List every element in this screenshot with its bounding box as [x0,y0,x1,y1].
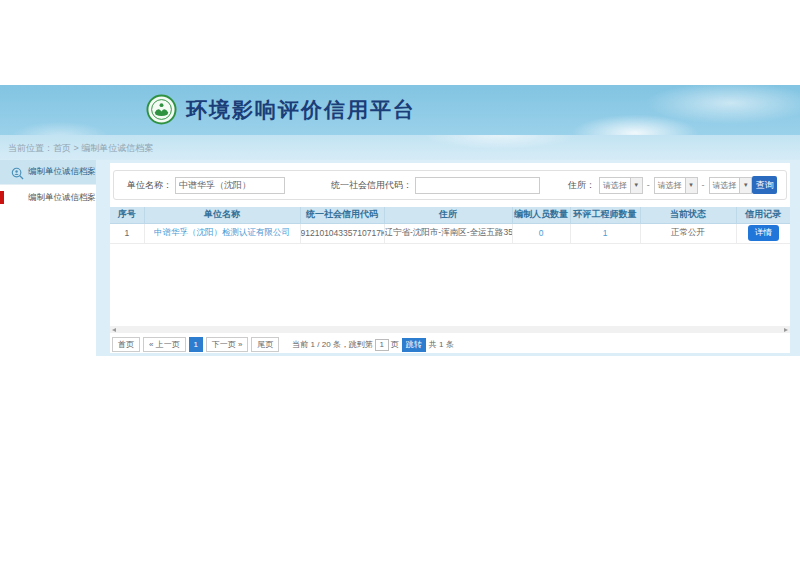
active-marker [0,191,4,204]
city-select[interactable]: 请选择 ▾ [654,177,698,194]
address-label: 住所： [568,179,595,192]
cell-index: 1 [110,223,144,243]
page-root: 环境影响评价信用平台 当前位置：首页 > 编制单位诚信档案 编制单位诚信档案 [0,0,800,565]
table-row: 1 中谱华孚（沈阳）检测认证有限公司 91210104335710717K 辽宁… [110,223,790,243]
col-status: 当前状态 [640,207,736,223]
unit-name-input[interactable] [175,177,285,194]
sidebar-item-label: 编制单位诚信档案 [28,192,96,204]
first-page-button[interactable]: 首页 [112,337,140,352]
search-button[interactable]: 查询 [752,176,777,194]
breadcrumb-current: 编制单位诚信档案 [81,143,153,153]
jump-page-input[interactable] [375,339,389,351]
sidebar: 编制单位诚信档案 编制单位诚信档案 [0,160,96,356]
breadcrumb-prefix: 当前位置： [8,143,53,153]
col-staff-count: 编制人员数量 [512,207,570,223]
total-count: 共 1 条 [429,339,454,350]
cell-engineer-count-link[interactable]: 1 [570,223,640,243]
district-select[interactable]: 请选择 ▾ [709,177,753,194]
province-select[interactable]: 请选择 ▾ [599,177,643,194]
results-table: 序号 单位名称 统一社会信用代码 住所 编制人员数量 环评工程师数量 当前状态 … [110,207,790,244]
breadcrumb-band: 当前位置：首页 > 编制单位诚信档案 [0,135,800,160]
col-address: 住所 [384,207,512,223]
main-panel: 单位名称： 统一社会信用代码： 住所： 请选择 ▾ - 请选择 ▾ - 请选择 … [110,163,790,353]
cell-credit-code: 91210104335710717K [300,223,384,243]
horizontal-scrollbar[interactable] [110,326,790,333]
detail-button[interactable]: 详情 [748,225,779,241]
scroll-left-icon[interactable] [112,328,116,332]
col-unit-name: 单位名称 [144,207,300,223]
select-separator: - [702,180,705,190]
breadcrumb: 当前位置：首页 > 编制单位诚信档案 [8,142,153,155]
prev-page-button[interactable]: « 上一页 [143,337,186,352]
col-engineer-count: 环评工程师数量 [570,207,640,223]
cell-unit-name-link[interactable]: 中谱华孚（沈阳）检测认证有限公司 [144,223,300,243]
cell-address: 辽宁省-沈阳市-浑南区-全运五路35-1号楼902 [384,223,512,243]
sidebar-header: 编制单位诚信档案 [0,160,96,185]
next-page-button[interactable]: 下一页 » [206,337,249,352]
cell-staff-count-link[interactable]: 0 [512,223,570,243]
breadcrumb-separator: > [74,143,79,153]
credit-code-label: 统一社会信用代码： [331,179,412,192]
search-form: 单位名称： 统一社会信用代码： 住所： 请选择 ▾ - 请选择 ▾ - 请选择 … [113,170,787,200]
scroll-right-icon[interactable] [784,328,788,332]
pagination: 首页 « 上一页 1 下一页 » 尾页 当前 1 / 20 条，跳到第 页 跳转… [112,337,788,352]
sidebar-item-credit-archive[interactable]: 编制单位诚信档案 [0,185,96,210]
breadcrumb-home-link[interactable]: 首页 [53,143,71,153]
last-page-button[interactable]: 尾页 [251,337,279,352]
page-unit: 页 [391,339,399,350]
jump-button[interactable]: 跳转 [402,338,426,352]
unit-name-label: 单位名称： [127,179,172,192]
mee-emblem-icon [146,94,177,125]
col-credit-code: 统一社会信用代码 [300,207,384,223]
current-page-button[interactable]: 1 [189,337,203,352]
search-person-icon [11,166,24,179]
chevron-down-icon: ▾ [630,178,642,193]
cell-status: 正常公开 [640,223,736,243]
chevron-down-icon: ▾ [739,178,751,193]
site-title: 环境影响评价信用平台 [186,96,416,124]
credit-code-input[interactable] [415,177,540,194]
chevron-down-icon: ▾ [685,178,697,193]
site-header: 环境影响评价信用平台 [0,85,800,135]
table-header-row: 序号 单位名称 统一社会信用代码 住所 编制人员数量 环评工程师数量 当前状态 … [110,207,790,223]
select-separator: - [647,180,650,190]
sidebar-header-label: 编制单位诚信档案 [28,166,96,178]
page-info: 当前 1 / 20 条，跳到第 [292,339,372,350]
col-credit-record: 信用记录 [736,207,790,223]
col-index: 序号 [110,207,144,223]
